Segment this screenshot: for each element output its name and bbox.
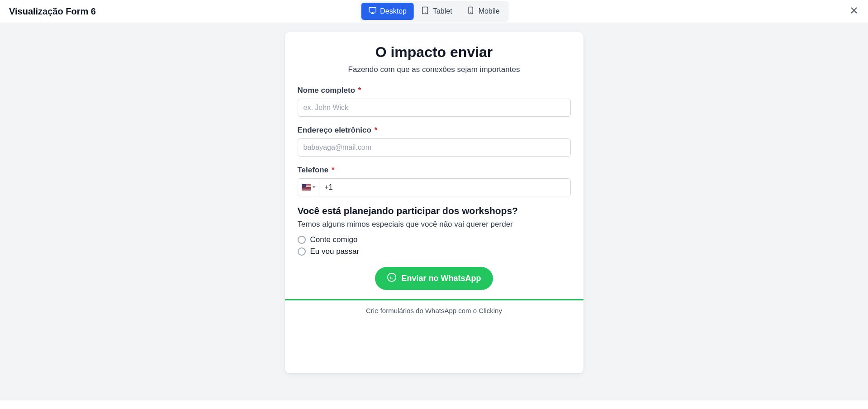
page-title: Visualização Form 6	[9, 6, 96, 17]
field-email: Endereço eletrônico *	[298, 126, 571, 157]
svg-point-9	[388, 273, 396, 281]
required-marker: *	[375, 126, 378, 134]
submit-label: Enviar no WhatsApp	[401, 274, 481, 283]
tablet-icon	[421, 6, 429, 16]
field-name: Nome completo *	[298, 86, 571, 117]
phone-input[interactable]	[319, 179, 570, 196]
radio-label-0: Conte comigo	[310, 235, 358, 244]
device-tabs: Desktop Tablet Mobile	[359, 1, 509, 22]
tab-mobile[interactable]: Mobile	[460, 3, 507, 20]
name-input[interactable]	[298, 99, 571, 117]
radio-option-0[interactable]: Conte comigo	[298, 235, 571, 244]
radio-icon	[298, 247, 306, 256]
radio-option-1[interactable]: Eu vou passar	[298, 247, 571, 256]
topbar: Visualização Form 6 Desktop Tablet Mobil…	[0, 0, 868, 23]
tab-tablet-label: Tablet	[433, 7, 452, 15]
required-marker: *	[332, 166, 335, 174]
tab-mobile-label: Mobile	[479, 7, 500, 15]
country-selector[interactable]	[298, 179, 319, 196]
field-phone: Telefone *	[298, 166, 571, 196]
email-label: Endereço eletrônico *	[298, 126, 571, 135]
email-input[interactable]	[298, 138, 571, 157]
close-button[interactable]	[849, 5, 859, 17]
workshop-question-desc: Temos alguns mimos especiais que você nã…	[298, 220, 571, 229]
preview-canvas: O impacto enviar Fazendo com que as cone…	[0, 23, 868, 400]
email-label-text: Endereço eletrônico	[298, 126, 371, 134]
phone-label: Telefone *	[298, 166, 571, 175]
tab-tablet[interactable]: Tablet	[414, 3, 460, 20]
field-workshop: Você está planejando participar dos work…	[298, 205, 571, 256]
svg-rect-0	[369, 7, 376, 12]
tab-desktop[interactable]: Desktop	[361, 3, 414, 20]
close-icon	[849, 5, 859, 17]
us-flag-icon	[302, 184, 311, 190]
name-label: Nome completo *	[298, 86, 571, 95]
name-label-text: Nome completo	[298, 86, 356, 95]
tab-desktop-label: Desktop	[380, 7, 407, 15]
submit-button[interactable]: Enviar no WhatsApp	[375, 267, 493, 290]
required-marker: *	[358, 86, 361, 95]
mobile-icon	[467, 6, 475, 16]
monitor-icon	[368, 6, 376, 16]
form-card: O impacto enviar Fazendo com que as cone…	[285, 32, 583, 373]
workshop-question-title: Você está planejando participar dos work…	[298, 205, 571, 216]
radio-icon	[298, 236, 306, 244]
form-subtitle: Fazendo com que as conexões sejam import…	[298, 65, 571, 74]
form-title: O impacto enviar	[298, 44, 571, 61]
chevron-down-icon	[313, 186, 315, 188]
form-footer: Crie formulários do WhatsApp com o Click…	[285, 299, 583, 321]
whatsapp-icon	[387, 272, 397, 285]
phone-input-wrap	[298, 178, 571, 196]
radio-label-1: Eu vou passar	[310, 247, 360, 256]
phone-label-text: Telefone	[298, 166, 329, 174]
